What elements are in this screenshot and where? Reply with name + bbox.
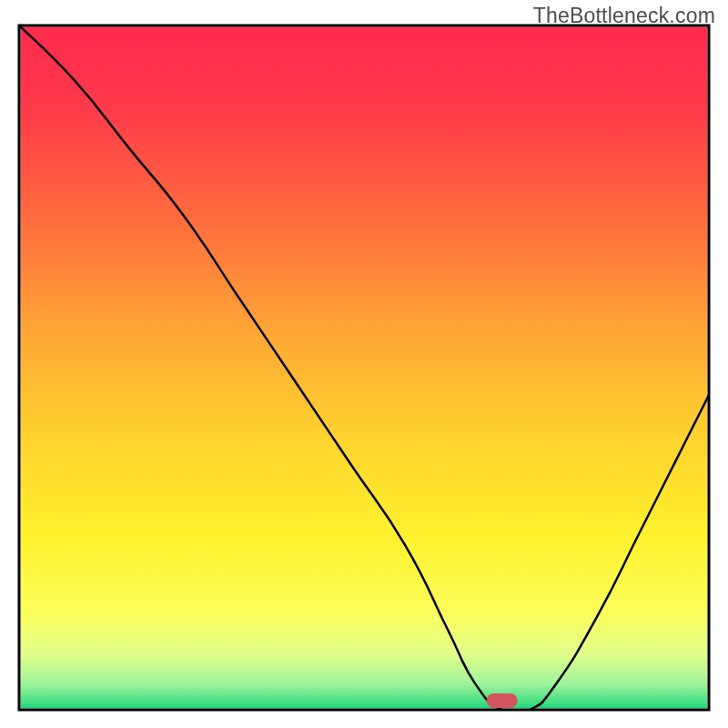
gradient-background bbox=[21, 27, 708, 709]
bottleneck-chart bbox=[0, 0, 728, 728]
optimal-marker bbox=[487, 693, 518, 708]
watermark-text: TheBottleneck.com bbox=[533, 4, 715, 28]
chart-container: TheBottleneck.com bbox=[0, 0, 728, 728]
